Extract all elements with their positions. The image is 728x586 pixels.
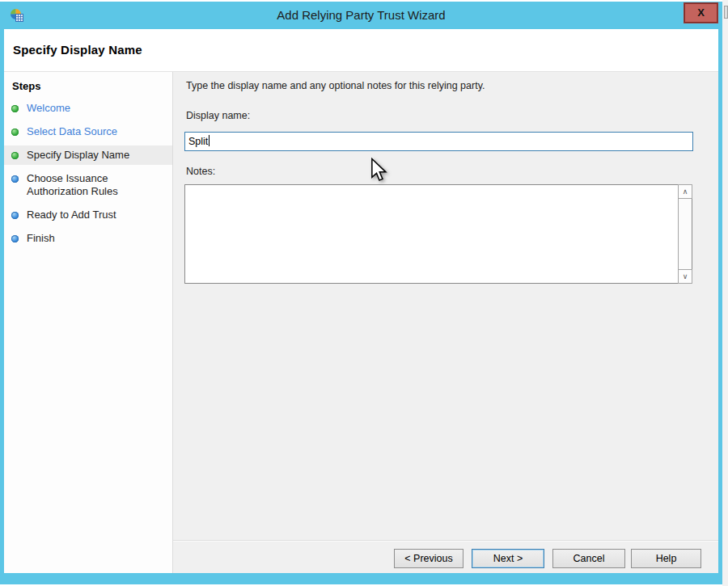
step-pending-icon (11, 235, 19, 242)
step-item-ready-to-add-trust: Ready to Add Trust (4, 205, 172, 225)
step-pending-icon (11, 212, 19, 219)
steps-sidebar: Steps Welcome Select Data Source Spec (4, 72, 173, 573)
wizard-window: Add Relying Party Trust Wizard X Specify… (0, 2, 722, 584)
screen: Add Relying Party Trust Wizard X Specify… (0, 0, 728, 586)
step-done-icon (11, 152, 19, 159)
scroll-down-icon[interactable]: ∨ (678, 269, 692, 284)
mouse-cursor-icon (370, 158, 389, 183)
next-button[interactable]: Next > (472, 549, 544, 568)
steps-list: Welcome Select Data Source Specify Displ… (4, 99, 172, 248)
notes-scrollbar[interactable]: ∧ ∨ (678, 185, 692, 283)
scrollbar-track[interactable] (679, 198, 692, 269)
client-area: Specify Display Name Steps Welcome Selec… (4, 29, 718, 573)
main-column: Type the display name and any optional n… (173, 72, 718, 573)
background-window-fragment (724, 6, 728, 19)
step-item-specify-display-name: Specify Display Name (4, 145, 172, 165)
notes-textarea[interactable]: ∧ ∨ (184, 184, 692, 284)
step-item-finish: Finish (4, 229, 172, 248)
step-item-welcome[interactable]: Welcome (4, 99, 172, 118)
step-done-icon (11, 105, 19, 112)
step-item-choose-issuance-authorization-rules: Choose Issuance Authorization Rules (4, 169, 172, 201)
background-window-edge (722, 0, 728, 586)
display-name-input[interactable]: Split (184, 132, 693, 151)
display-name-value: Split (188, 136, 208, 147)
window-title: Add Relying Party Trust Wizard (0, 2, 722, 29)
close-button[interactable]: X (684, 2, 718, 23)
intro-text: Type the display name and any optional n… (186, 80, 485, 91)
steps-header: Steps (12, 80, 172, 92)
cancel-button[interactable]: Cancel (552, 549, 625, 568)
button-bar: < Previous Next > Cancel Help (173, 540, 718, 573)
step-pending-icon (11, 175, 19, 183)
text-caret (209, 135, 210, 146)
wizard-body: Steps Welcome Select Data Source Spec (4, 72, 718, 573)
notes-label: Notes: (186, 166, 215, 177)
display-name-label: Display name: (186, 110, 250, 121)
page-header: Specify Display Name (4, 29, 718, 72)
step-done-icon (11, 129, 19, 136)
step-item-select-data-source[interactable]: Select Data Source (4, 122, 172, 141)
wizard-content: Type the display name and any optional n… (173, 72, 718, 540)
scroll-up-icon[interactable]: ∧ (678, 184, 692, 199)
page-title: Specify Display Name (13, 43, 718, 57)
titlebar: Add Relying Party Trust Wizard X (0, 2, 722, 29)
help-button[interactable]: Help (631, 549, 701, 568)
previous-button[interactable]: < Previous (394, 549, 463, 568)
